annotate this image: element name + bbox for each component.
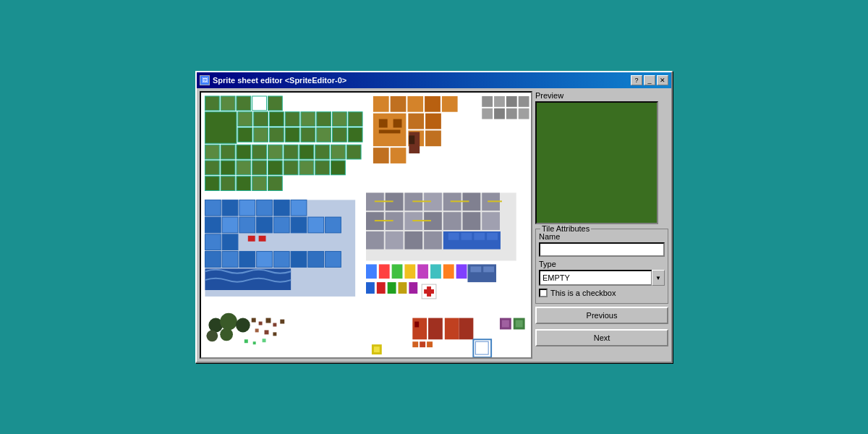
- type-row: Type EMPTY SOLID WATER GRASS ROAD ▼: [539, 260, 665, 286]
- svg-rect-83: [257, 217, 273, 233]
- svg-rect-27: [252, 145, 267, 159]
- svg-rect-143: [409, 282, 417, 294]
- tile-attributes-panel: Tile Attributes Name Type EMPTY SOLID WA…: [535, 229, 668, 304]
- svg-rect-159: [280, 320, 284, 324]
- svg-rect-26: [237, 145, 251, 159]
- svg-rect-72: [519, 109, 529, 119]
- svg-rect-13: [317, 112, 331, 127]
- svg-rect-136: [430, 264, 441, 278]
- svg-rect-161: [265, 330, 269, 334]
- svg-rect-181: [516, 320, 523, 328]
- sprite-sheet-canvas[interactable]: [200, 91, 532, 359]
- preview-box: [535, 101, 658, 224]
- svg-rect-92: [205, 252, 221, 268]
- svg-rect-84: [273, 217, 289, 233]
- svg-rect-1: [205, 96, 219, 111]
- svg-rect-24: [205, 145, 219, 159]
- close-button[interactable]: ✕: [657, 75, 668, 85]
- svg-rect-32: [331, 145, 346, 159]
- svg-rect-134: [404, 264, 415, 278]
- svg-rect-173: [427, 341, 433, 347]
- svg-rect-52: [442, 96, 458, 112]
- svg-rect-125: [424, 231, 442, 250]
- svg-rect-56: [379, 129, 401, 133]
- svg-rect-160: [255, 328, 259, 332]
- main-window: 🖼 Sprite sheet editor <SpriteEditor-0> ?…: [195, 71, 673, 363]
- type-select[interactable]: EMPTY SOLID WATER GRASS ROAD: [539, 270, 652, 286]
- svg-rect-162: [273, 332, 276, 336]
- name-row: Name: [539, 232, 665, 257]
- next-button[interactable]: Next: [535, 329, 668, 346]
- svg-rect-15: [348, 112, 362, 127]
- svg-rect-76: [239, 200, 255, 216]
- svg-rect-6: [205, 112, 237, 144]
- svg-rect-131: [366, 264, 377, 278]
- select-arrow-icon[interactable]: ▼: [652, 270, 665, 286]
- window-body: Preview Tile Attributes Name Type EMPTY: [197, 88, 671, 362]
- svg-rect-155: [252, 318, 256, 323]
- checkbox-input[interactable]: [539, 289, 548, 297]
- svg-rect-170: [459, 318, 474, 340]
- svg-rect-97: [291, 252, 307, 268]
- svg-rect-64: [409, 135, 414, 144]
- preview-label: Preview: [535, 91, 668, 100]
- svg-rect-3: [237, 96, 251, 111]
- svg-rect-142: [399, 282, 407, 294]
- svg-rect-47: [268, 176, 282, 191]
- svg-rect-74: [205, 200, 221, 216]
- svg-rect-166: [412, 318, 427, 340]
- svg-rect-67: [506, 96, 517, 107]
- svg-rect-132: [379, 264, 390, 278]
- svg-rect-127: [448, 233, 459, 240]
- svg-rect-5: [268, 96, 282, 111]
- svg-rect-42: [331, 161, 346, 175]
- svg-rect-78: [273, 200, 289, 216]
- svg-rect-65: [482, 96, 493, 107]
- svg-rect-80: [205, 217, 221, 233]
- svg-rect-158: [273, 323, 276, 327]
- window-icon: 🖼: [200, 75, 210, 85]
- svg-rect-60: [425, 130, 441, 146]
- svg-point-153: [206, 330, 218, 341]
- svg-rect-4: [252, 96, 267, 111]
- svg-rect-96: [273, 252, 289, 268]
- window-title: Sprite sheet editor <SpriteEditor-0>: [213, 76, 346, 85]
- svg-rect-124: [404, 231, 422, 250]
- help-button[interactable]: ?: [631, 75, 642, 85]
- svg-rect-38: [268, 161, 282, 175]
- svg-rect-85: [291, 217, 307, 233]
- svg-rect-11: [285, 112, 299, 127]
- svg-rect-114: [463, 212, 481, 230]
- svg-rect-130: [487, 233, 498, 240]
- svg-rect-19: [285, 127, 299, 142]
- svg-rect-95: [257, 252, 273, 268]
- title-buttons: ? _ ✕: [631, 75, 668, 85]
- svg-rect-68: [519, 96, 529, 107]
- svg-rect-18: [269, 127, 284, 142]
- svg-rect-89: [259, 236, 266, 242]
- svg-rect-10: [269, 112, 284, 127]
- svg-rect-48: [373, 96, 389, 112]
- svg-rect-88: [248, 236, 255, 242]
- svg-rect-40: [299, 161, 314, 175]
- svg-rect-82: [239, 217, 255, 233]
- svg-rect-157: [266, 318, 271, 323]
- svg-rect-177: [374, 346, 380, 352]
- svg-rect-69: [482, 109, 493, 119]
- name-input[interactable]: [539, 242, 665, 257]
- svg-rect-93: [222, 252, 238, 268]
- svg-rect-168: [428, 318, 443, 340]
- svg-rect-49: [391, 96, 407, 112]
- svg-rect-39: [284, 161, 298, 175]
- svg-rect-122: [366, 231, 384, 250]
- previous-button[interactable]: Previous: [535, 307, 668, 324]
- svg-rect-140: [377, 282, 386, 294]
- type-select-wrapper: EMPTY SOLID WATER GRASS ROAD ▼: [539, 270, 665, 286]
- svg-rect-146: [483, 266, 494, 272]
- minimize-button[interactable]: _: [644, 75, 655, 85]
- title-bar: 🖼 Sprite sheet editor <SpriteEditor-0> ?…: [197, 72, 671, 88]
- svg-rect-128: [461, 233, 472, 240]
- svg-rect-17: [254, 127, 268, 142]
- svg-rect-43: [205, 176, 219, 191]
- svg-rect-14: [333, 112, 347, 127]
